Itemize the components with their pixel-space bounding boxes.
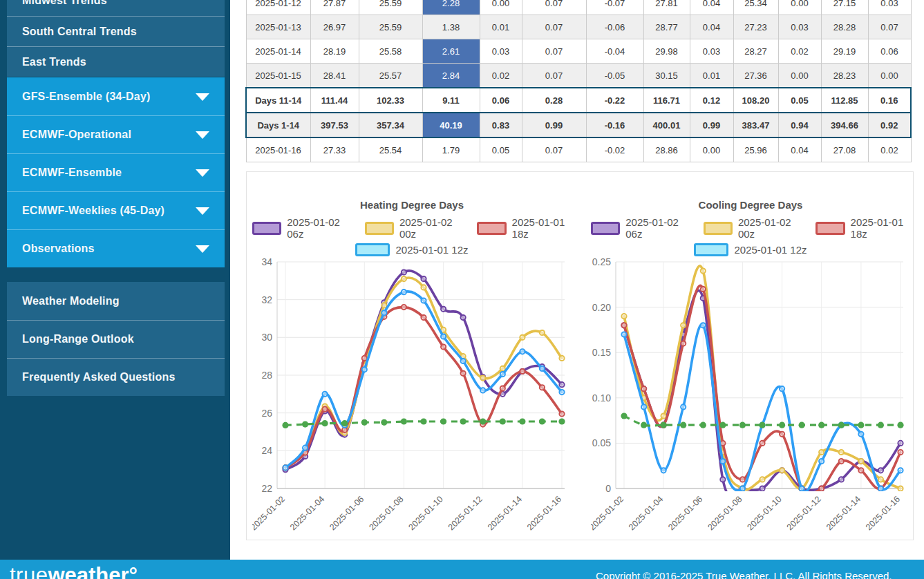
legend-item[interactable]: 2025-01-01 18z bbox=[815, 216, 910, 240]
legend-item[interactable]: 2025-01-02 06z bbox=[252, 216, 347, 240]
sidebar-item-east-trends[interactable]: East Trends bbox=[7, 46, 225, 77]
table-row: Days 1-14397.53357.3440.190.830.99-0.164… bbox=[246, 113, 911, 137]
legend-label: 2025-01-02 00z bbox=[738, 216, 798, 240]
trueweather-logo[interactable]: trueweather° bbox=[10, 564, 138, 579]
sidebar-item-long-range-outlook[interactable]: Long-Range Outlook bbox=[7, 320, 225, 358]
cooling-chart-canvas: 0.250.200.150.100.0502025-01-022025-01-0… bbox=[591, 258, 910, 535]
table-cell: 26.97 bbox=[310, 15, 359, 39]
highlighted-cell: 40.19 bbox=[422, 113, 480, 137]
data-point-marker bbox=[701, 269, 706, 274]
legend-label: 2025-01-01 12z bbox=[734, 244, 807, 256]
chevron-down-icon[interactable] bbox=[196, 131, 209, 139]
data-point-marker bbox=[421, 276, 426, 281]
table-cell: 0.04 bbox=[690, 15, 733, 39]
chevron-down-icon[interactable] bbox=[196, 169, 209, 177]
sidebar-item-ecmwf-weeklies-45-day[interactable]: ECMWF-Weeklies (45-Day) bbox=[7, 191, 225, 229]
copyright-text: Copyright © 2016-2025 True Weather, LLC.… bbox=[596, 570, 892, 579]
data-point-marker bbox=[540, 330, 545, 335]
x-axis-tick-label: 2025-01-08 bbox=[367, 494, 405, 532]
table-cell: 0.02 bbox=[778, 39, 821, 64]
table-cell: -0.22 bbox=[586, 88, 643, 113]
sidebar-item-south-central-trends[interactable]: South Central Trends bbox=[7, 16, 225, 46]
data-point-marker bbox=[681, 341, 686, 346]
sidebar-item-frequently-asked-questions[interactable]: Frequently Asked Questions bbox=[7, 358, 225, 396]
data-point-marker bbox=[838, 422, 845, 428]
legend-label: 2025-01-01 18z bbox=[512, 216, 572, 240]
sidebar-item-gfs-ensemble-34-day[interactable]: GFS-Ensemble (34-Day) bbox=[7, 77, 225, 115]
data-point-marker bbox=[898, 468, 903, 473]
table-cell: 28.27 bbox=[733, 39, 778, 64]
data-point-marker bbox=[323, 392, 328, 397]
data-point-marker bbox=[540, 385, 545, 390]
series-line bbox=[624, 290, 901, 495]
x-axis-tick-label: 2025-01-10 bbox=[746, 494, 784, 532]
sidebar-item-ecmwf-ensemble[interactable]: ECMWF-Ensemble bbox=[7, 153, 225, 191]
data-point-marker bbox=[819, 459, 824, 464]
data-point-marker bbox=[381, 310, 386, 315]
table-cell: -0.02 bbox=[586, 137, 643, 162]
table-cell: 0.07 bbox=[868, 15, 911, 39]
data-point-marker bbox=[878, 422, 884, 428]
legend-item[interactable]: 2025-01-02 00z bbox=[704, 216, 798, 240]
data-point-marker bbox=[878, 468, 883, 473]
data-point-marker bbox=[839, 450, 844, 455]
sidebar-item-ecmwf-operational[interactable]: ECMWF-Operational bbox=[7, 115, 225, 153]
data-point-marker bbox=[740, 477, 745, 482]
sidebar-item-label: East Trends bbox=[22, 56, 86, 68]
legend-item[interactable]: 2025-01-02 00z bbox=[365, 216, 460, 240]
x-axis-tick-label: 2025-01-06 bbox=[328, 494, 366, 532]
table-cell: 111.44 bbox=[310, 88, 359, 113]
x-axis-tick-label: 2025-01-16 bbox=[525, 494, 563, 532]
table-cell: 0.05 bbox=[778, 88, 821, 113]
sidebar-item-weather-modeling[interactable]: Weather Modeling bbox=[7, 282, 225, 320]
data-point-marker bbox=[539, 418, 545, 424]
chevron-down-icon[interactable] bbox=[196, 93, 209, 101]
chevron-down-icon[interactable] bbox=[196, 207, 209, 215]
x-axis-tick-label: 2025-01-12 bbox=[785, 494, 823, 532]
row-label-cell: 2025-01-12 bbox=[246, 0, 310, 15]
series-line bbox=[624, 266, 901, 490]
data-point-marker bbox=[779, 422, 785, 428]
y-axis-tick-label: 32 bbox=[261, 294, 272, 305]
data-point-marker bbox=[800, 486, 804, 491]
data-point-marker bbox=[878, 477, 883, 482]
data-point-marker bbox=[283, 465, 287, 470]
legend-label: 2025-01-02 00z bbox=[399, 216, 459, 240]
data-point-marker bbox=[819, 486, 824, 491]
chevron-down-icon[interactable] bbox=[196, 245, 209, 253]
legend-item[interactable]: 2025-01-01 18z bbox=[477, 216, 572, 240]
legend-row: 2025-01-02 06z2025-01-02 00z2025-01-01 1… bbox=[591, 216, 910, 240]
legend-item[interactable]: 2025-01-02 06z bbox=[591, 216, 686, 240]
footer: trueweather° Copyright © 2016-2025 True … bbox=[0, 560, 924, 579]
sidebar-item-observations[interactable]: Observations bbox=[7, 229, 225, 267]
data-point-marker bbox=[421, 298, 426, 303]
legend-swatch bbox=[815, 222, 845, 235]
table-cell: 25.34 bbox=[733, 0, 778, 15]
highlighted-cell: 2.28 bbox=[422, 0, 480, 15]
data-point-marker bbox=[559, 411, 564, 416]
x-axis-tick-label: 2025-01-10 bbox=[407, 494, 445, 532]
data-point-marker bbox=[500, 372, 505, 377]
data-point-marker bbox=[421, 285, 426, 290]
row-label-cell: Days 1-14 bbox=[246, 113, 310, 137]
logo-text-thin: true bbox=[10, 563, 48, 579]
table-cell: 29.19 bbox=[821, 39, 868, 64]
sidebar-item-midwest-trends[interactable]: Midwest Trends bbox=[7, 0, 225, 16]
table-cell: 0.05 bbox=[480, 137, 522, 162]
data-point-marker bbox=[858, 468, 863, 473]
data-point-marker bbox=[641, 404, 646, 409]
y-axis-tick-label: 0.15 bbox=[592, 347, 611, 358]
legend-item[interactable]: 2025-01-01 12z bbox=[694, 243, 807, 256]
row-label-cell: 2025-01-14 bbox=[246, 39, 310, 64]
legend-label: 2025-01-02 06z bbox=[625, 216, 685, 240]
x-axis-tick-label: 2025-01-14 bbox=[824, 494, 862, 532]
legend-item[interactable]: 2025-01-01 12z bbox=[355, 243, 468, 256]
x-axis-tick-label: 2025-01-04 bbox=[288, 494, 326, 532]
table-cell: 27.15 bbox=[821, 0, 868, 15]
table-cell: 357.34 bbox=[359, 113, 422, 137]
data-point-marker bbox=[839, 477, 844, 482]
table-cell: 28.77 bbox=[643, 15, 690, 39]
main-content: 2025-01-1227.8725.592.280.000.07-0.0727.… bbox=[230, 0, 924, 560]
table-cell: 0.07 bbox=[522, 39, 586, 64]
degree-days-table: 2025-01-1227.8725.592.280.000.07-0.0727.… bbox=[245, 0, 912, 162]
